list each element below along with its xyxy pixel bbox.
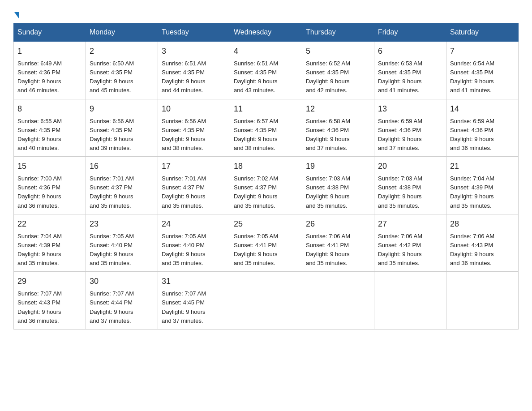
day-cell-13: 13Sunrise: 6:59 AMSunset: 4:36 PMDayligh… (374, 99, 446, 157)
day-info: Sunrise: 7:04 AMSunset: 4:39 PMDaylight:… (17, 232, 82, 268)
logo-triangle-icon (14, 12, 19, 18)
day-number: 1 (17, 45, 82, 57)
day-cell-1: 1Sunrise: 6:49 AMSunset: 4:36 PMDaylight… (14, 41, 86, 99)
day-number: 24 (162, 218, 226, 230)
weekday-header-friday: Friday (374, 24, 446, 42)
day-number: 28 (450, 218, 515, 230)
day-number: 22 (17, 218, 82, 230)
day-number: 12 (306, 103, 370, 115)
day-number: 17 (162, 160, 226, 172)
day-info: Sunrise: 6:55 AMSunset: 4:35 PMDaylight:… (17, 117, 82, 153)
day-info: Sunrise: 6:51 AMSunset: 4:35 PMDaylight:… (234, 59, 298, 95)
day-info: Sunrise: 6:54 AMSunset: 4:35 PMDaylight:… (450, 59, 515, 95)
day-info: Sunrise: 6:56 AMSunset: 4:35 PMDaylight:… (90, 117, 154, 153)
day-cell-31: 31Sunrise: 7:07 AMSunset: 4:45 PMDayligh… (158, 272, 230, 330)
day-cell-5: 5Sunrise: 6:52 AMSunset: 4:35 PMDaylight… (302, 41, 374, 99)
day-number: 20 (378, 160, 442, 172)
day-number: 21 (450, 160, 515, 172)
day-number: 14 (450, 103, 515, 115)
empty-cell (302, 272, 374, 330)
page-header (13, 9, 519, 19)
day-cell-28: 28Sunrise: 7:06 AMSunset: 4:43 PMDayligh… (446, 214, 519, 272)
week-row-4: 22Sunrise: 7:04 AMSunset: 4:39 PMDayligh… (14, 214, 519, 272)
day-cell-6: 6Sunrise: 6:53 AMSunset: 4:35 PMDaylight… (374, 41, 446, 99)
day-cell-17: 17Sunrise: 7:01 AMSunset: 4:37 PMDayligh… (158, 157, 230, 214)
day-info: Sunrise: 7:07 AMSunset: 4:44 PMDaylight:… (90, 289, 154, 325)
day-info: Sunrise: 7:07 AMSunset: 4:45 PMDaylight:… (162, 289, 226, 325)
day-info: Sunrise: 7:03 AMSunset: 4:38 PMDaylight:… (378, 174, 442, 210)
empty-cell (446, 272, 519, 330)
day-cell-20: 20Sunrise: 7:03 AMSunset: 4:38 PMDayligh… (374, 157, 446, 214)
day-cell-12: 12Sunrise: 6:58 AMSunset: 4:36 PMDayligh… (302, 99, 374, 157)
day-info: Sunrise: 6:53 AMSunset: 4:35 PMDaylight:… (378, 59, 442, 95)
weekday-header-sunday: Sunday (14, 24, 86, 42)
day-info: Sunrise: 6:59 AMSunset: 4:36 PMDaylight:… (450, 117, 515, 153)
day-number: 18 (234, 160, 298, 172)
day-info: Sunrise: 7:01 AMSunset: 4:37 PMDaylight:… (90, 174, 154, 210)
day-cell-30: 30Sunrise: 7:07 AMSunset: 4:44 PMDayligh… (86, 272, 158, 330)
weekday-header-tuesday: Tuesday (158, 24, 230, 42)
empty-cell (230, 272, 302, 330)
day-number: 16 (90, 160, 154, 172)
day-number: 19 (306, 160, 370, 172)
day-cell-4: 4Sunrise: 6:51 AMSunset: 4:35 PMDaylight… (230, 41, 302, 99)
day-cell-15: 15Sunrise: 7:00 AMSunset: 4:36 PMDayligh… (14, 157, 86, 214)
day-info: Sunrise: 7:05 AMSunset: 4:41 PMDaylight:… (234, 232, 298, 268)
day-number: 4 (234, 45, 298, 57)
day-info: Sunrise: 7:02 AMSunset: 4:37 PMDaylight:… (234, 174, 298, 210)
day-number: 26 (306, 218, 370, 230)
day-cell-9: 9Sunrise: 6:56 AMSunset: 4:35 PMDaylight… (86, 99, 158, 157)
day-info: Sunrise: 6:58 AMSunset: 4:36 PMDaylight:… (306, 117, 370, 153)
day-number: 3 (162, 45, 226, 57)
day-number: 8 (17, 103, 82, 115)
day-number: 27 (378, 218, 442, 230)
day-info: Sunrise: 7:03 AMSunset: 4:38 PMDaylight:… (306, 174, 370, 210)
day-cell-3: 3Sunrise: 6:51 AMSunset: 4:35 PMDaylight… (158, 41, 230, 99)
weekday-header-wednesday: Wednesday (230, 24, 302, 42)
day-number: 31 (162, 275, 226, 287)
day-number: 15 (17, 160, 82, 172)
empty-cell (374, 272, 446, 330)
day-info: Sunrise: 7:01 AMSunset: 4:37 PMDaylight:… (162, 174, 226, 210)
day-info: Sunrise: 7:05 AMSunset: 4:40 PMDaylight:… (162, 232, 226, 268)
day-cell-24: 24Sunrise: 7:05 AMSunset: 4:40 PMDayligh… (158, 214, 230, 272)
day-number: 9 (90, 103, 154, 115)
day-cell-14: 14Sunrise: 6:59 AMSunset: 4:36 PMDayligh… (446, 99, 519, 157)
week-row-2: 8Sunrise: 6:55 AMSunset: 4:35 PMDaylight… (14, 99, 519, 157)
day-info: Sunrise: 6:50 AMSunset: 4:35 PMDaylight:… (90, 59, 154, 95)
day-cell-26: 26Sunrise: 7:06 AMSunset: 4:41 PMDayligh… (302, 214, 374, 272)
day-info: Sunrise: 7:04 AMSunset: 4:39 PMDaylight:… (450, 174, 515, 210)
day-cell-7: 7Sunrise: 6:54 AMSunset: 4:35 PMDaylight… (446, 41, 519, 99)
day-cell-11: 11Sunrise: 6:57 AMSunset: 4:35 PMDayligh… (230, 99, 302, 157)
weekday-header-saturday: Saturday (446, 24, 519, 42)
day-number: 30 (90, 275, 154, 287)
day-cell-23: 23Sunrise: 7:05 AMSunset: 4:40 PMDayligh… (86, 214, 158, 272)
day-number: 6 (378, 45, 442, 57)
day-cell-16: 16Sunrise: 7:01 AMSunset: 4:37 PMDayligh… (86, 157, 158, 214)
weekday-header-monday: Monday (86, 24, 158, 42)
day-number: 11 (234, 103, 298, 115)
day-cell-21: 21Sunrise: 7:04 AMSunset: 4:39 PMDayligh… (446, 157, 519, 214)
day-info: Sunrise: 6:49 AMSunset: 4:36 PMDaylight:… (17, 59, 82, 95)
day-cell-10: 10Sunrise: 6:56 AMSunset: 4:35 PMDayligh… (158, 99, 230, 157)
day-number: 2 (90, 45, 154, 57)
logo (13, 13, 19, 19)
day-info: Sunrise: 7:00 AMSunset: 4:36 PMDaylight:… (17, 174, 82, 210)
day-info: Sunrise: 7:07 AMSunset: 4:43 PMDaylight:… (17, 289, 82, 325)
day-info: Sunrise: 7:05 AMSunset: 4:40 PMDaylight:… (90, 232, 154, 268)
day-number: 5 (306, 45, 370, 57)
day-cell-27: 27Sunrise: 7:06 AMSunset: 4:42 PMDayligh… (374, 214, 446, 272)
day-cell-29: 29Sunrise: 7:07 AMSunset: 4:43 PMDayligh… (14, 272, 86, 330)
day-number: 23 (90, 218, 154, 230)
day-number: 10 (162, 103, 226, 115)
week-row-5: 29Sunrise: 7:07 AMSunset: 4:43 PMDayligh… (14, 272, 519, 330)
day-number: 29 (17, 275, 82, 287)
day-cell-22: 22Sunrise: 7:04 AMSunset: 4:39 PMDayligh… (14, 214, 86, 272)
day-info: Sunrise: 6:56 AMSunset: 4:35 PMDaylight:… (162, 117, 226, 153)
weekday-header-row: SundayMondayTuesdayWednesdayThursdayFrid… (14, 24, 519, 42)
week-row-1: 1Sunrise: 6:49 AMSunset: 4:36 PMDaylight… (14, 41, 519, 99)
day-number: 25 (234, 218, 298, 230)
day-info: Sunrise: 7:06 AMSunset: 4:41 PMDaylight:… (306, 232, 370, 268)
day-cell-2: 2Sunrise: 6:50 AMSunset: 4:35 PMDaylight… (86, 41, 158, 99)
day-info: Sunrise: 7:06 AMSunset: 4:42 PMDaylight:… (378, 232, 442, 268)
